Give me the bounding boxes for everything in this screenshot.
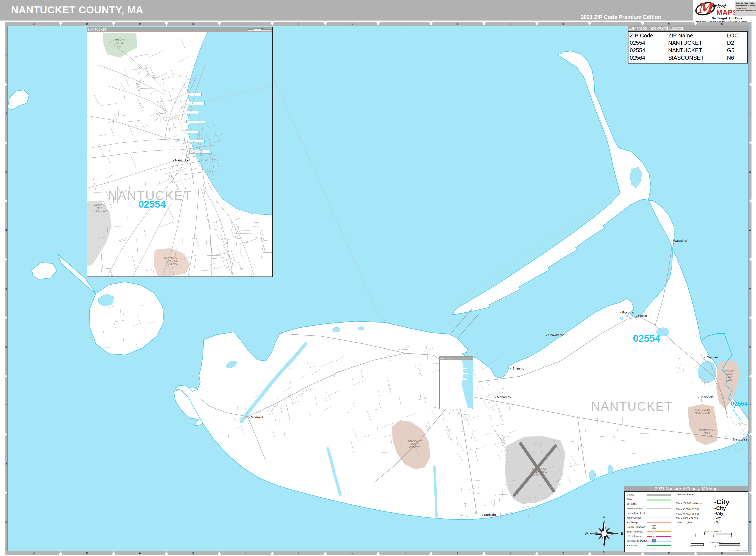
legend-body: Cities and Towns 2021 © MarketMAPS Count…: [624, 491, 748, 552]
grid-number-2: 2: [749, 112, 752, 115]
ruler-notch: [5, 491, 7, 494]
town-label-Polpis: Polpis: [638, 314, 647, 318]
town-label-Plainfield: Plainfield: [700, 395, 714, 399]
logo-m: M: [698, 0, 712, 16]
ruler-notch: [5, 258, 7, 261]
town-dot: [495, 397, 496, 398]
legend-scalebar-0: Scale in Kilometers0.51: [695, 530, 732, 537]
grid-number-6: 6: [749, 345, 752, 348]
legend-title: 2021 Nantucket County, MA Map: [624, 486, 748, 491]
pier: [184, 111, 199, 114]
ruler-notch: [749, 432, 752, 436]
grid-letter-E: E: [219, 23, 272, 26]
grid-letter-C: C: [113, 23, 166, 26]
town-label-Shawkemo: Shawkemo: [548, 333, 564, 337]
inset-title: NANTUCKET: [88, 28, 106, 31]
inset-canvas: NANTUCKET 02554 COFFINPARKPROSPECTHILLCE…: [87, 32, 272, 277]
grid-letter-J: J: [484, 23, 537, 26]
zip-col-header: LOC: [727, 32, 746, 39]
grid-letter-I: I: [431, 552, 484, 555]
ruler-notch: [112, 22, 116, 26]
grid-number-5: 5: [5, 287, 8, 290]
legend-label-Primary Streets: Primary Streets: [627, 507, 643, 510]
legend-label-Secondary Streets: Secondary Streets: [627, 512, 646, 514]
legend-label-Minor Streets: Minor Streets: [627, 516, 640, 519]
ruler-notch: [59, 22, 62, 26]
zip-label-02554: 02554: [633, 333, 660, 344]
grid-ruler-left: 123456789: [5, 22, 8, 555]
logo-maps: MAPS: [716, 8, 737, 17]
ruler-notch: [270, 551, 274, 555]
legend-city-label: Cities 50,000 - 99,999: [676, 508, 699, 511]
zip-table-cell: 02564: [630, 54, 668, 62]
ruler-notch: [376, 551, 380, 555]
grid-letter-L: L: [590, 23, 643, 26]
page-title: NANTUCKET COUNTY, MA: [11, 4, 143, 15]
town-dot: [173, 161, 174, 161]
pier: [185, 93, 202, 96]
grid-letter-J: J: [484, 552, 537, 555]
grid-letter-N: N: [696, 23, 749, 26]
legend-sample-Exit Ramps: [647, 522, 670, 523]
grid-letter-F: F: [272, 23, 325, 26]
legend-city-sample: City: [715, 505, 726, 511]
extent-box-title: NANTUCKET: [440, 357, 452, 359]
zip-table-cell: D2: [727, 39, 746, 47]
town-label-Madaket: Madaket: [251, 415, 263, 419]
legend-city-label: Cities 25,000 - 49,999: [676, 513, 699, 516]
zip-table-row: 02554NANTUCKETG5: [630, 47, 746, 54]
legend-label-State: State: [627, 498, 632, 500]
zip-col-header: ZIP Name: [668, 32, 727, 39]
legend-label-Exit Ramps: Exit Ramps: [627, 521, 639, 524]
town-label-Monomoy: Monomoy: [497, 395, 511, 399]
legend-city-sample: City: [715, 521, 720, 523]
grid-letter-H: H: [378, 552, 431, 555]
polpis-pond-2: [626, 315, 629, 317]
ruler-notch: [5, 141, 7, 145]
legend-sample-County: [647, 494, 670, 496]
legend-city-label: Cities 100,000 and Above: [676, 502, 703, 505]
scale-ticks: 0.51: [691, 546, 740, 548]
compass-rose: N S W E: [582, 511, 627, 556]
extent-box-pier: [462, 368, 467, 369]
town-dot: [620, 312, 621, 313]
pier: [188, 140, 204, 143]
legend-sample-State Highways: [647, 531, 670, 532]
grid-letter-D: D: [166, 552, 219, 555]
town-label-Siasconset: Siasconset: [733, 438, 749, 441]
ruler-notch: [482, 551, 486, 555]
town-dot: [546, 335, 547, 336]
legend-sample-Secondary Streets: [647, 513, 670, 513]
extent-box-pier: [462, 379, 467, 380]
inset-town-labels: Nantucket: [173, 159, 190, 162]
grid-letter-E: E: [219, 552, 272, 555]
zip-label-02564: 02564: [731, 400, 748, 407]
legend-city-sample: City: [715, 498, 729, 506]
zip-table-cell: SIASCONSET: [668, 54, 727, 62]
ruler-notch: [749, 375, 752, 378]
town-dot: [482, 515, 483, 516]
zip-table-body: ZIP CodeZIP NameLOC 02554NANTUCKETD20255…: [628, 31, 748, 64]
contact-line: mapsales@MarketMAPS.com: [736, 9, 756, 11]
street: [490, 490, 497, 490]
street: [253, 226, 260, 227]
zip-col-header: ZIP Code: [630, 32, 668, 39]
town-dot: [671, 241, 672, 241]
zip-table-row: 02554NANTUCKETD2: [630, 39, 746, 47]
legend-shield-us: 123: [652, 534, 656, 538]
ruler-notch: [324, 22, 327, 26]
tom-nevers-pond: [589, 470, 596, 480]
grid-letter-F: F: [272, 552, 325, 555]
town-dot: [698, 397, 699, 398]
grid-number-3: 3: [5, 170, 8, 173]
compass-south-label: S: [603, 550, 605, 554]
town-label-Surfside: Surfside: [484, 513, 496, 516]
ruler-notch: [324, 551, 327, 555]
legend-shield-interstate: 123: [652, 539, 656, 543]
inset-zip-label: 02554: [138, 199, 166, 210]
pier: [186, 102, 204, 105]
grid-letter-G: G: [325, 23, 378, 26]
island-big-label: NANTUCKET: [591, 399, 672, 413]
grid-number-9: 9: [749, 521, 752, 523]
street: [119, 295, 128, 295]
